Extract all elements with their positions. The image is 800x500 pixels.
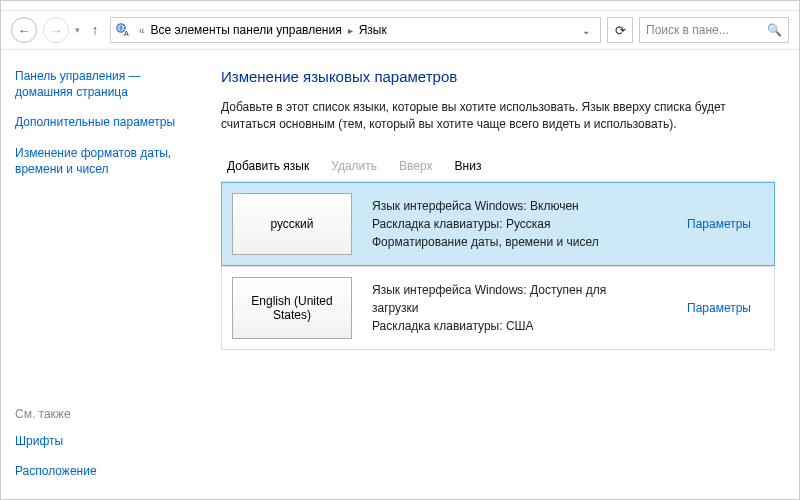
search-placeholder: Поиск в пане... — [646, 23, 729, 37]
arrow-left-icon: ← — [18, 23, 31, 38]
search-icon: 🔍 — [767, 23, 782, 37]
page-title: Изменение языковых параметров — [221, 68, 775, 85]
breadcrumb-all-items[interactable]: Все элементы панели управления — [147, 23, 346, 37]
language-options-link[interactable]: Параметры — [687, 301, 751, 315]
add-language-button[interactable]: Добавить язык — [227, 159, 309, 173]
sidebar: Панель управления — домашняя страница До… — [1, 50, 211, 500]
info-line: Язык интерфейса Windows: Включен — [372, 197, 654, 215]
forward-button[interactable]: → — [43, 17, 69, 43]
sidebar-home-link[interactable]: Панель управления — домашняя страница — [15, 68, 197, 100]
info-line: Форматирование даты, времени и чисел — [372, 233, 654, 251]
see-also-label: См. также — [15, 407, 197, 421]
move-down-button[interactable]: Вниз — [455, 159, 482, 173]
arrow-right-icon: → — [50, 23, 63, 38]
chevron-down-icon[interactable]: ⌄ — [576, 25, 596, 36]
arrow-up-icon: ↑ — [92, 22, 99, 38]
intro-text: Добавьте в этот список языки, которые вы… — [221, 99, 775, 133]
move-up-button[interactable]: Вверх — [399, 159, 432, 173]
chevron-right-icon: ▸ — [346, 25, 355, 36]
language-row-russian[interactable]: русский Язык интерфейса Windows: Включен… — [221, 182, 775, 266]
info-line: Язык интерфейса Windows: Доступен для за… — [372, 281, 654, 317]
language-toolbar: Добавить язык Удалить Вверх Вниз — [221, 151, 775, 182]
address-bar[interactable]: A « Все элементы панели управления ▸ Язы… — [110, 17, 601, 43]
language-info: Язык интерфейса Windows: Включен Расклад… — [362, 183, 664, 265]
sidebar-fonts-link[interactable]: Шрифты — [15, 433, 197, 449]
language-tile: русский — [232, 193, 352, 255]
info-line: Раскладка клавиатуры: США — [372, 317, 654, 335]
up-button[interactable]: ↑ — [86, 21, 104, 39]
refresh-button[interactable]: ⟳ — [607, 17, 633, 43]
info-line: Раскладка клавиатуры: Русская — [372, 215, 654, 233]
breadcrumb-language[interactable]: Язык — [355, 23, 391, 37]
sidebar-advanced-link[interactable]: Дополнительные параметры — [15, 114, 197, 130]
navigation-bar: ← → ▾ ↑ A « Все элементы панели управлен… — [1, 11, 799, 50]
language-row-english-us[interactable]: English (United States) Язык интерфейса … — [221, 266, 775, 350]
svg-text:A: A — [124, 30, 129, 37]
language-list: русский Язык интерфейса Windows: Включен… — [221, 182, 775, 350]
sidebar-location-link[interactable]: Расположение — [15, 463, 197, 479]
remove-language-button[interactable]: Удалить — [331, 159, 377, 173]
language-tile: English (United States) — [232, 277, 352, 339]
back-button[interactable]: ← — [11, 17, 37, 43]
refresh-icon: ⟳ — [615, 23, 626, 38]
chevron-left-icon: « — [137, 25, 147, 36]
language-info: Язык интерфейса Windows: Доступен для за… — [362, 267, 664, 349]
search-input[interactable]: Поиск в пане... 🔍 — [639, 17, 789, 43]
recent-dropdown-icon[interactable]: ▾ — [75, 25, 80, 35]
main-content: Изменение языковых параметров Добавьте в… — [211, 50, 799, 500]
globe-language-icon: A — [115, 21, 133, 39]
sidebar-formats-link[interactable]: Изменение форматов даты, времени и чисел — [15, 145, 197, 177]
language-options-link[interactable]: Параметры — [687, 217, 751, 231]
